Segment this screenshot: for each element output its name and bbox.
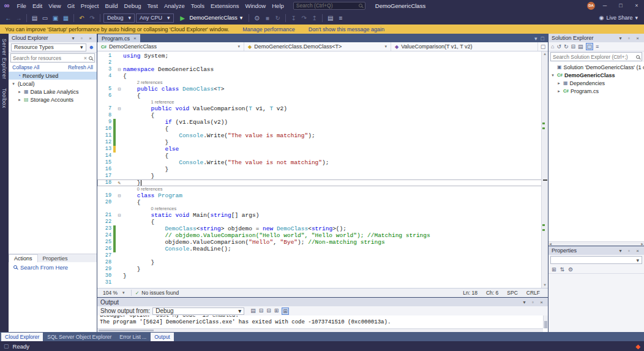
fold-collapse-icon[interactable]: ⊟ xyxy=(116,212,123,219)
menu-tools[interactable]: Tools xyxy=(188,2,208,10)
new-project-icon[interactable]: ▤ xyxy=(30,15,39,21)
solution-search-input[interactable] xyxy=(553,54,634,60)
code-line-1[interactable]: 1using System; xyxy=(97,53,548,59)
dock-tab-server-explorer[interactable]: Server Explorer xyxy=(1,39,7,80)
expander-icon[interactable]: ▸ xyxy=(556,81,561,86)
categorized-icon[interactable]: ⊞ xyxy=(552,266,556,273)
window-menu-icon[interactable]: ▾ xyxy=(617,248,624,254)
code-line-26[interactable]: 26 Console.ReadLine(); xyxy=(97,246,548,252)
cloud-search-input[interactable] xyxy=(13,55,82,61)
code-line-12[interactable]: 12 } xyxy=(97,139,548,146)
line-number[interactable]: 23 xyxy=(97,225,113,232)
properties-object-combo[interactable]: ▾ xyxy=(550,256,642,264)
expander-icon[interactable]: ▾ xyxy=(550,73,555,78)
alphabetical-icon[interactable]: ⇅ xyxy=(560,266,565,273)
bottom-tab-output[interactable]: Output xyxy=(151,333,174,341)
line-number[interactable]: 4 xyxy=(97,73,113,80)
health-indicator[interactable]: ✓ No issues found xyxy=(135,290,179,296)
tab-list-icon[interactable]: ▾ xyxy=(534,36,537,42)
save-all-icon[interactable]: ▦ xyxy=(61,15,70,21)
refresh-icon[interactable]: ↻ xyxy=(564,43,569,50)
line-number[interactable]: 29 xyxy=(97,266,113,273)
files-icon[interactable]: ▤ xyxy=(578,43,583,50)
code-line-23[interactable]: 23 DemoClass<string> objdemo = new DemoC… xyxy=(97,225,548,232)
menu-debug[interactable]: Debug xyxy=(121,2,144,10)
code-line-24[interactable]: 24 // objdemo.ValueComparison("Hello wor… xyxy=(97,232,548,239)
line-number[interactable]: 7 xyxy=(97,105,113,112)
run-dropdown-icon[interactable]: ▾ xyxy=(240,15,243,21)
line-number[interactable]: 21 xyxy=(97,212,113,219)
line-number[interactable]: 6 xyxy=(97,92,113,99)
clear-icon[interactable]: ⊟ xyxy=(259,308,264,315)
save-icon[interactable]: ▣ xyxy=(51,15,60,21)
menu-help[interactable]: Help xyxy=(269,2,287,10)
code-line-14[interactable]: 14 { xyxy=(97,153,548,159)
close-panel-icon[interactable]: × xyxy=(87,36,94,41)
live-share-button[interactable]: ◉ Live Share ▾ xyxy=(599,15,640,21)
split-editor-icon[interactable]: ▢ xyxy=(538,42,548,51)
collapse_all-icon[interactable]: ⊟ xyxy=(266,308,271,315)
resource-types-combo[interactable]: Resource Types▾ xyxy=(11,43,86,51)
line-number[interactable]: 28 xyxy=(97,259,113,266)
solution-platform-combo[interactable]: Any CPU▾ xyxy=(136,13,174,23)
code-line-20[interactable]: 20 { xyxy=(97,199,548,206)
code-line-13[interactable]: 13 else xyxy=(97,146,548,153)
cloud-search-box[interactable]: × xyxy=(10,53,95,62)
bottom-tab-sql-server-object-explorer[interactable]: SQL Server Object Explorer xyxy=(43,333,115,341)
zoom-combo[interactable]: 104 %▾ xyxy=(100,289,127,296)
code-line-2[interactable]: 2 xyxy=(97,59,548,66)
line-number[interactable]: 14 xyxy=(97,153,113,159)
line-number[interactable]: 22 xyxy=(97,219,113,225)
quick-search-input[interactable] xyxy=(296,2,357,9)
scroll-down-icon[interactable]: ▼ xyxy=(542,283,548,287)
code-line-29[interactable]: 29 } xyxy=(97,266,548,273)
code-line-3[interactable]: 3⊟namespace DemoGenericClass xyxy=(97,66,548,73)
code-line-11[interactable]: 11 Console.Write("The value is matching"… xyxy=(97,132,548,139)
line-number[interactable]: 11 xyxy=(97,132,113,139)
window-menu-icon[interactable]: ▾ xyxy=(70,36,77,41)
code-line-28[interactable]: 28 } xyxy=(97,259,548,266)
solution-hscrollbar[interactable]: ◀▶ xyxy=(549,241,644,246)
notification-icon[interactable]: ◆ xyxy=(635,343,640,350)
close-panel-icon[interactable]: × xyxy=(538,300,545,305)
code-line-5[interactable]: 5⊟ public class DemoClass<T> xyxy=(97,86,548,92)
line-number[interactable]: 15 xyxy=(97,159,113,166)
code-line-17[interactable]: 17 } xyxy=(97,173,548,179)
cloud-tab-actions[interactable]: Actions xyxy=(9,254,38,262)
menu-project[interactable]: Project xyxy=(78,2,102,10)
clear-search-icon[interactable]: × xyxy=(84,55,87,61)
code-line-22[interactable]: 22 { xyxy=(97,219,548,225)
solution-search-box[interactable] xyxy=(550,52,642,61)
code-line-25[interactable]: 25 objdemo.ValueComparison("Hello", "Bye… xyxy=(97,239,548,246)
menu-git[interactable]: Git xyxy=(64,2,78,10)
code-line-16[interactable]: 16 } xyxy=(97,166,548,173)
output-source-combo[interactable]: Debug▾ xyxy=(152,308,244,315)
fold-collapse-icon[interactable]: ⊟ xyxy=(116,192,123,199)
code-line-7[interactable]: 7⊟ public void ValueComparison(T v1, T v… xyxy=(97,105,548,112)
search-from-here-link[interactable]: Search From Here xyxy=(9,262,97,272)
menu-window[interactable]: Window xyxy=(242,2,269,10)
open-file-icon[interactable]: ▭ xyxy=(40,15,50,21)
menu-edit[interactable]: Edit xyxy=(29,2,45,10)
breadcrumb-class[interactable]: ◆ DemoGenericClass.DemoClass<T> ▾ xyxy=(244,42,391,51)
pin-icon[interactable]: ▫ xyxy=(78,36,85,41)
close-tab-icon[interactable]: × xyxy=(133,36,137,41)
line-number[interactable]: 27 xyxy=(97,252,113,259)
solution-tree-item-program-cs[interactable]: ▸C#Program.cs xyxy=(549,87,644,95)
editor-scrollbar[interactable]: ▲ ▼ xyxy=(541,51,548,288)
line-number[interactable]: 25 xyxy=(97,239,113,246)
code-line-27[interactable]: 27 xyxy=(97,252,548,259)
start-debugging-button[interactable]: ▶ DemoGenericClass ▾ xyxy=(175,15,246,21)
line-number[interactable]: 9 xyxy=(97,119,113,126)
minimize-button[interactable]: ─ xyxy=(599,2,611,9)
window-menu-icon[interactable]: ▾ xyxy=(617,36,624,41)
expander-icon[interactable]: ▸ xyxy=(556,89,561,94)
breadcrumb-project[interactable]: C# DemoGenericClass ▾ xyxy=(97,42,244,51)
dock-tab-toolbox[interactable]: Toolbox xyxy=(1,88,7,108)
window-menu-icon[interactable]: ▾ xyxy=(521,300,528,305)
output-text-area[interactable]: debugger option 'Just My Code' is enable… xyxy=(97,315,548,332)
cloud-tree-item-recently-used[interactable]: ◔Recently Used xyxy=(9,72,97,80)
breadcrumb-method[interactable]: ◆ ValueComparison(T v1, T v2) xyxy=(391,42,538,51)
cloud-tree-item-local[interactable]: ▾(Local) xyxy=(9,80,97,88)
line-number[interactable]: 12 xyxy=(97,139,113,146)
